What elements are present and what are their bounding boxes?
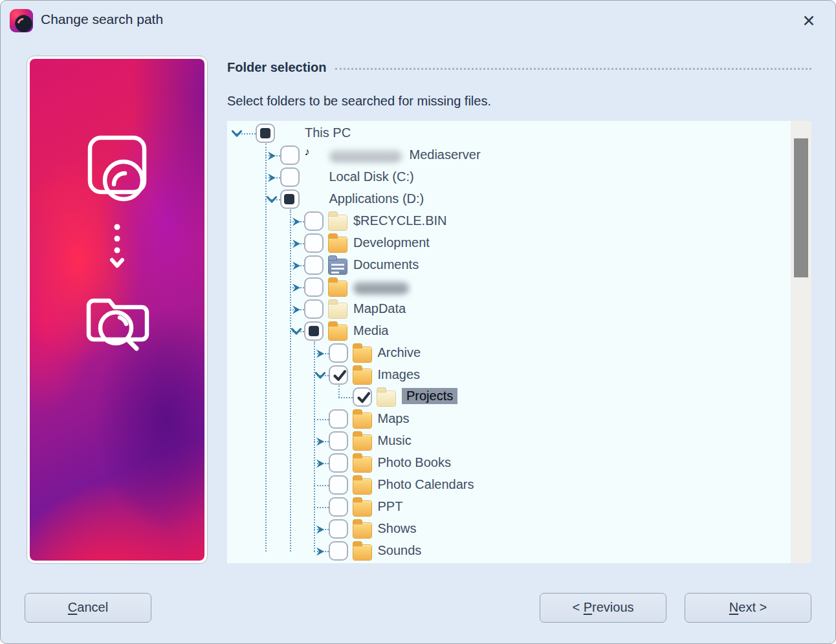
close-icon[interactable]: ✕ [798, 10, 820, 32]
folder-checkbox[interactable] [280, 189, 300, 209]
expand-arrow-icon[interactable] [314, 458, 326, 469]
folder-search-icon [81, 288, 153, 355]
tree-row[interactable]: PPT [227, 497, 791, 519]
folder-checkbox[interactable] [329, 365, 348, 385]
tree-row[interactable]: Images [227, 365, 791, 387]
folder-checkbox[interactable] [280, 145, 300, 165]
folder-checkbox[interactable] [329, 497, 348, 517]
folder-label[interactable]: Shows [378, 521, 417, 536]
expand-arrow-icon[interactable] [291, 238, 302, 250]
documents-icon [329, 259, 347, 274]
expand-arrow-icon[interactable] [291, 282, 302, 294]
folder-checkbox[interactable] [329, 475, 348, 495]
folder-checkbox[interactable] [353, 387, 372, 407]
folder-label[interactable]: $RECYCLE.BIN [353, 213, 447, 228]
folder-label[interactable]: Maps [378, 411, 410, 426]
tree-row[interactable]: Photo Calendars [227, 475, 791, 497]
tree-row[interactable]: Applications (D:) [227, 189, 791, 211]
expand-arrow-icon[interactable] [291, 260, 302, 272]
applications-drive-icon [305, 190, 324, 209]
expand-arrow-icon[interactable] [314, 348, 326, 360]
folder-label[interactable]: Photo Calendars [378, 477, 474, 492]
tree-row[interactable]: ♪Mediaserver [227, 145, 791, 167]
collapse-arrow-icon[interactable] [291, 326, 302, 338]
folder-label[interactable]: Photo Books [378, 455, 451, 470]
folder-checkbox[interactable] [256, 123, 275, 143]
folder-checkbox[interactable] [329, 519, 348, 539]
change-search-path-dialog: Change search path ✕ [0, 0, 836, 644]
folder-checkbox[interactable] [304, 321, 324, 341]
folder-checkbox[interactable] [304, 277, 324, 297]
folder-label[interactable]: PPT [378, 499, 403, 514]
folder-checkbox[interactable] [304, 233, 324, 253]
scrollbar-track[interactable] [791, 121, 811, 563]
tree-row[interactable]: Photo Books [227, 453, 791, 475]
expand-arrow-icon[interactable] [266, 150, 278, 162]
cancel-button[interactable]: Cancel [25, 593, 151, 623]
folder-label[interactable]: Projects [402, 388, 457, 404]
previous-button[interactable]: < Previous [540, 593, 666, 623]
tree-row[interactable]: Maps [227, 409, 791, 431]
folder-checkbox[interactable] [329, 453, 348, 473]
tree-row[interactable]: $RECYCLE.BIN [227, 211, 791, 233]
folder-icon [353, 457, 371, 472]
expand-arrow-icon[interactable] [266, 172, 278, 184]
tree-row[interactable]: This PC [227, 123, 791, 145]
expand-arrow-icon[interactable] [314, 436, 326, 447]
tree-row[interactable]: Shows [227, 519, 791, 541]
collapse-arrow-icon[interactable] [314, 370, 326, 381]
folder-icon [329, 215, 347, 230]
folder-label[interactable]: MapData [353, 301, 406, 316]
folder-icon [377, 391, 395, 406]
tree-row[interactable]: Projects [227, 387, 791, 409]
folder-label[interactable]: This PC [305, 125, 351, 140]
expand-arrow-icon[interactable] [291, 216, 302, 228]
folder-checkbox[interactable] [329, 343, 348, 363]
collapse-arrow-icon[interactable] [231, 128, 243, 140]
folder-icon [353, 479, 371, 494]
folder-label[interactable]: Images [378, 367, 421, 382]
tree-row[interactable]: Sounds [227, 541, 791, 563]
folder-label[interactable]: Media [353, 323, 388, 338]
tree-row[interactable] [227, 277, 791, 299]
folder-checkbox[interactable] [304, 255, 324, 275]
folder-icon [353, 369, 371, 384]
instruction-text: Select folders to be searched for missin… [227, 94, 491, 109]
dotted-arrow-down-icon [109, 223, 126, 275]
tree-row[interactable]: Documents [227, 255, 791, 277]
local-disk-icon [305, 168, 324, 188]
tree-connector [314, 485, 329, 486]
folder-label[interactable]: Documents [353, 257, 419, 272]
media-server-icon: ♪ [305, 146, 324, 166]
expand-arrow-icon[interactable] [314, 524, 326, 535]
folder-icon [353, 435, 371, 450]
folder-icon [329, 281, 347, 296]
folder-label[interactable]: Archive [378, 345, 421, 360]
scrollbar-thumb[interactable] [794, 138, 808, 277]
app-logo-icon [10, 9, 33, 32]
folder-label[interactable]: Development [353, 235, 430, 250]
folder-label[interactable]: Applications (D:) [329, 191, 424, 206]
folder-icon [329, 325, 347, 340]
folder-checkbox[interactable] [329, 431, 348, 451]
folder-checkbox[interactable] [329, 541, 348, 561]
expand-arrow-icon[interactable] [314, 546, 326, 557]
expand-arrow-icon[interactable] [291, 304, 302, 316]
collapse-arrow-icon[interactable] [266, 194, 278, 206]
tree-row[interactable]: Music [227, 431, 791, 453]
tree-row[interactable]: Development [227, 233, 791, 255]
tree-row[interactable]: Local Disk (C:) [227, 167, 791, 189]
folder-label[interactable]: Sounds [378, 543, 422, 558]
folder-checkbox[interactable] [304, 299, 324, 319]
folder-checkbox[interactable] [280, 167, 300, 187]
folder-label[interactable]: Music [378, 433, 412, 448]
tree-row[interactable]: Media [227, 321, 791, 343]
folder-label[interactable]: Mediaserver [410, 147, 481, 162]
folder-checkbox[interactable] [329, 409, 348, 429]
tree-row[interactable]: MapData [227, 299, 791, 321]
tree-row[interactable]: Archive [227, 343, 791, 365]
folder-label[interactable]: Local Disk (C:) [329, 169, 414, 184]
next-button[interactable]: Next > [685, 593, 811, 623]
section-header: Folder selection [227, 60, 811, 75]
folder-checkbox[interactable] [304, 211, 324, 231]
